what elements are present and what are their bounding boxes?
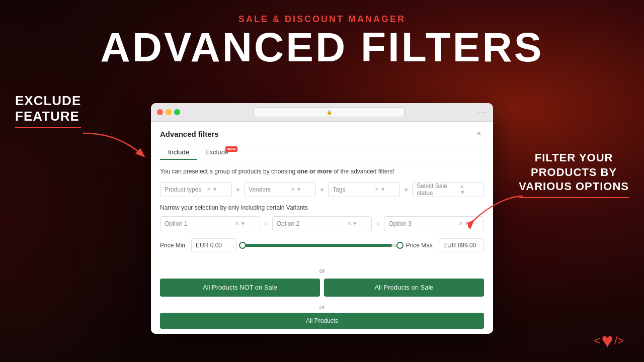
modal-tabs: Include Exclude New — [151, 144, 493, 160]
browser-window: 🔒 ··· Advanced filters × Include Exclude… — [151, 103, 493, 334]
option2-select[interactable]: Option 2 ✕ ▼ — [272, 216, 372, 231]
heart-icon: ♥ — [601, 329, 613, 352]
browser-chrome: 🔒 ··· — [151, 103, 493, 122]
plus-3: + — [404, 186, 408, 194]
option1-select[interactable]: Option 1 ✕ ▼ — [160, 216, 260, 231]
all-products-not-on-sale-button[interactable]: All Products NOT on Sale — [160, 279, 320, 297]
product-types-select[interactable]: Product types ✕ ▼ — [160, 182, 232, 197]
header: SALE & DISCOUNT MANAGER ADVANCED FILTERS — [101, 14, 544, 68]
minimize-traffic-light[interactable] — [166, 109, 172, 115]
filter-row-2: Option 1 ✕ ▼ + Option 2 ✕ ▼ + — [160, 216, 484, 231]
or-divider-2: or — [151, 302, 493, 313]
price-max-input[interactable] — [439, 238, 484, 252]
right-arrow-bracket: /> — [614, 334, 624, 347]
slider-thumb-left[interactable] — [239, 242, 246, 249]
vendors-select[interactable]: Vendors ✕ ▼ — [244, 182, 316, 197]
heart-logo: < ♥ /> — [594, 329, 624, 352]
filter-description: You can preselect a group of products by… — [160, 167, 484, 176]
all-products-on-sale-button[interactable]: All Products on Sale — [324, 279, 484, 297]
slider-thumb-right[interactable] — [396, 242, 404, 249]
price-min-input[interactable] — [191, 238, 236, 252]
left-feature-label: EXCLUDE FEATURE — [15, 93, 81, 128]
browser-menu[interactable]: ··· — [478, 108, 487, 116]
price-range-row: Price Min Price Max — [160, 238, 484, 252]
modal: Advanced filters × Include Exclude New Y… — [151, 122, 493, 334]
option-arrow — [468, 191, 528, 231]
tab-include[interactable]: Include — [160, 144, 197, 160]
browser-address-area: 🔒 — [184, 107, 474, 117]
all-products-row: All Products — [151, 313, 493, 334]
plus-1: + — [236, 186, 240, 194]
variants-label: Narrow your selection by only including … — [160, 204, 484, 211]
plus-4: + — [264, 220, 268, 228]
modal-header: Advanced filters × — [151, 122, 493, 144]
plus-2: + — [320, 186, 324, 194]
or-divider-1: or — [151, 263, 493, 279]
traffic-lights — [157, 109, 180, 115]
address-bar[interactable]: 🔒 — [254, 107, 405, 117]
plus-5: + — [376, 220, 380, 228]
tab-exclude[interactable]: Exclude New — [197, 144, 236, 160]
all-products-button[interactable]: All Products — [160, 313, 484, 329]
modal-close-button[interactable]: × — [474, 129, 484, 139]
tags-select[interactable]: Tags ✕ ▼ — [328, 182, 400, 197]
price-slider[interactable] — [243, 238, 400, 252]
main-title: ADVANCED FILTERS — [101, 27, 544, 68]
exclude-arrow — [78, 128, 164, 168]
new-badge: New — [225, 146, 237, 152]
price-min-label: Price Min — [160, 242, 185, 249]
action-buttons: All Products NOT on Sale All Products on… — [151, 279, 493, 302]
filter-row-1: Product types ✕ ▼ + Vendors ✕ ▼ + — [160, 182, 484, 197]
price-max-label: Price Max — [406, 242, 433, 249]
close-traffic-light[interactable] — [157, 109, 163, 115]
modal-body: You can preselect a group of products by… — [151, 160, 493, 263]
modal-title: Advanced filters — [160, 130, 219, 138]
right-feature-label: FILTER YOUR PRODUCTS BY VARIOUS OPTIONS — [519, 151, 629, 198]
app-subtitle: SALE & DISCOUNT MANAGER — [101, 14, 544, 25]
maximize-traffic-light[interactable] — [174, 109, 180, 115]
lock-icon: 🔒 — [327, 110, 332, 115]
left-arrow-bracket: < — [594, 334, 600, 347]
